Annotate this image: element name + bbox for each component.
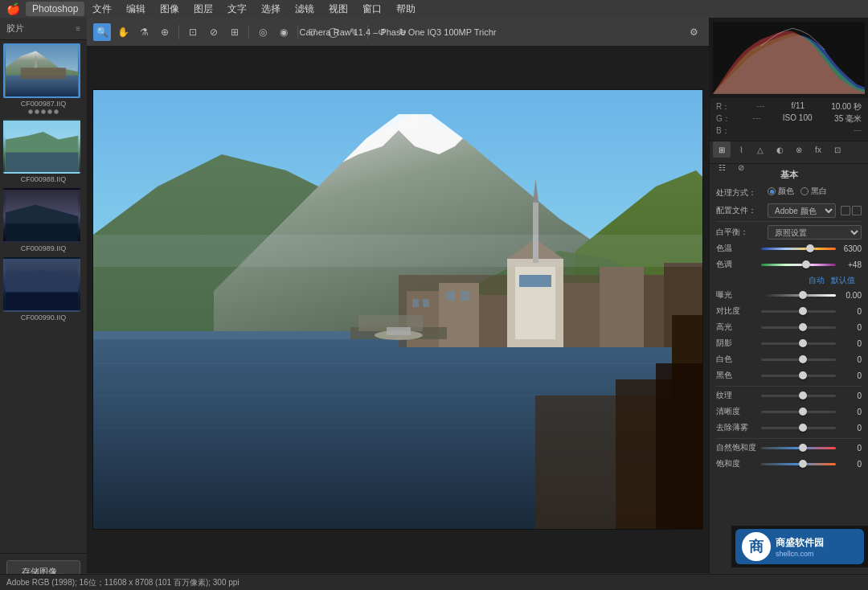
vibrance-knob[interactable] [799, 444, 807, 452]
straighten-tool-btn[interactable]: ⊘ [205, 23, 223, 41]
cr-toolbar-right: ⚙ [685, 23, 702, 41]
treatment-color-option[interactable]: 颜色 [768, 186, 794, 197]
shadows-slider[interactable] [761, 338, 836, 348]
camera-info: R： --- f/11 10.00 秒 G： --- ISO 100 35 毫米… [710, 98, 868, 141]
vibrance-label: 自然饱和度 [716, 442, 758, 453]
film-item-cf987[interactable]: CF000987.IIQ [3, 43, 84, 114]
film-thumb-cf989[interactable] [3, 188, 80, 243]
menu-filter[interactable]: 滤镜 [289, 1, 321, 18]
film-item-cf988[interactable]: CF000988.IIQ [3, 119, 84, 183]
spot-removal-btn[interactable]: ◎ [254, 23, 272, 41]
blacks-slider[interactable] [761, 371, 836, 380]
tint-track [761, 264, 836, 266]
film-thumb-cf990[interactable] [3, 257, 80, 312]
color-sampler-btn[interactable]: ⊕ [156, 23, 174, 41]
saturation-row: 饱和度 0 [716, 458, 862, 469]
white-balance-tool-btn[interactable]: ⚗ [135, 23, 153, 41]
tab-detail[interactable]: △ [751, 141, 769, 158]
saturation-slider[interactable] [761, 459, 836, 469]
dehaze-knob[interactable] [799, 424, 807, 432]
menu-view[interactable]: 视图 [322, 1, 354, 18]
profile-select[interactable]: Adobe 颜色 [768, 203, 836, 218]
svg-rect-41 [423, 299, 429, 307]
tab-tone-curve[interactable]: ⌇ [732, 141, 750, 158]
iso-value: ISO 100 [783, 113, 813, 125]
profile-label: 配置文件： [716, 205, 764, 216]
menu-edit[interactable]: 编辑 [120, 1, 152, 18]
tint-slider[interactable] [761, 260, 836, 269]
red-eye-btn[interactable]: ◉ [275, 23, 293, 41]
film-item-cf989[interactable]: CF000989.IIQ [3, 188, 84, 252]
menu-window[interactable]: 窗口 [356, 1, 388, 18]
vibrance-slider[interactable] [761, 443, 836, 453]
apple-menu[interactable]: 🍎 [6, 2, 19, 15]
film-thumb-cf988[interactable] [3, 119, 80, 174]
dehaze-slider[interactable] [761, 423, 836, 432]
filmstrip-collapse-btn[interactable]: ≡ [76, 24, 80, 33]
tab-transform[interactable]: ⊡ [829, 141, 846, 158]
menu-layer[interactable]: 图层 [187, 1, 219, 18]
treatment-group: 处理方式： 颜色 黑白 配置文件： [710, 184, 868, 476]
profile-btn-1[interactable] [841, 206, 850, 215]
exposure-slider[interactable] [761, 290, 836, 300]
blacks-knob[interactable] [799, 371, 807, 379]
contrast-slider[interactable] [761, 306, 836, 316]
whites-row: 白色 0 [716, 354, 862, 365]
cr-settings-btn[interactable]: ⚙ [685, 23, 702, 41]
tab-hsl[interactable]: ◐ [771, 141, 788, 158]
transform-tool-btn[interactable]: ⊞ [226, 23, 244, 41]
tab-basic[interactable]: ⊞ [713, 141, 731, 158]
clarity-knob[interactable] [799, 408, 807, 416]
contrast-knob[interactable] [799, 307, 807, 315]
tab-split-tone[interactable]: ⊗ [790, 141, 808, 158]
g-value: --- [752, 113, 760, 125]
clarity-slider[interactable] [761, 407, 836, 416]
main-layout: 胶片 ≡ [0, 18, 868, 590]
saturation-knob[interactable] [799, 460, 807, 468]
exposure-knob[interactable] [799, 291, 807, 299]
menu-image[interactable]: 图像 [154, 1, 186, 18]
whites-knob[interactable] [799, 355, 807, 363]
tool-sep-3 [297, 25, 298, 39]
dehaze-label: 去除薄雾 [716, 422, 758, 433]
color-temp-slider[interactable] [761, 244, 836, 253]
thumb-cf989-image [5, 190, 79, 241]
menu-photoshop[interactable]: Photoshop [26, 2, 84, 16]
wb-label: 白平衡： [716, 227, 764, 238]
menubar: 🍎 Photoshop 文件 编辑 图像 图层 文字 选择 滤镜 视图 窗口 帮… [0, 0, 868, 18]
tab-lens-correction[interactable]: fx [809, 141, 827, 158]
crop-tool-btn[interactable]: ⊡ [184, 23, 202, 41]
menu-select[interactable]: 选择 [255, 1, 287, 18]
filmstrip: 胶片 ≡ [0, 18, 87, 590]
color-temp-knob[interactable] [806, 244, 814, 252]
profile-btn-2[interactable] [852, 206, 862, 215]
svg-rect-42 [447, 291, 455, 301]
menu-type[interactable]: 文字 [221, 1, 253, 18]
treatment-color-radio[interactable] [768, 187, 776, 195]
film-item-cf990[interactable]: CF000990.IIQ [3, 257, 84, 322]
film-name-cf989: CF000989.IIQ [3, 244, 84, 252]
treatment-color-label: 颜色 [778, 186, 794, 197]
thumb-cf987-image [5, 45, 79, 96]
image-canvas[interactable] [87, 47, 709, 572]
whites-slider[interactable] [761, 354, 836, 364]
hand-tool-btn[interactable]: ✋ [114, 23, 132, 41]
highlights-knob[interactable] [799, 323, 807, 331]
film-thumb-cf987[interactable] [3, 43, 80, 98]
center-area: 🔍 ✋ ⚗ ⊕ ⊡ ⊘ ⊞ ◎ ◉ ▽ ◯ ✎ ↺ ↻ Camera Raw 1… [87, 18, 709, 590]
wb-select[interactable]: 原照设置 [768, 225, 862, 240]
treatment-bw-radio[interactable] [800, 187, 809, 195]
texture-knob[interactable] [799, 391, 807, 399]
highlights-slider[interactable] [761, 322, 836, 332]
zoom-tool-btn[interactable]: 🔍 [93, 23, 111, 41]
menu-help[interactable]: 帮助 [390, 1, 422, 18]
treatment-bw-option[interactable]: 黑白 [800, 186, 827, 197]
shadows-knob[interactable] [799, 339, 807, 347]
color-temp-track [761, 248, 836, 250]
tool-sep-2 [248, 25, 249, 39]
auto-btn[interactable]: 自动 [809, 275, 825, 286]
reset-btn[interactable]: 默认值 [831, 275, 855, 286]
tint-knob[interactable] [802, 260, 810, 268]
texture-slider[interactable] [761, 391, 836, 400]
menu-file[interactable]: 文件 [86, 1, 118, 18]
